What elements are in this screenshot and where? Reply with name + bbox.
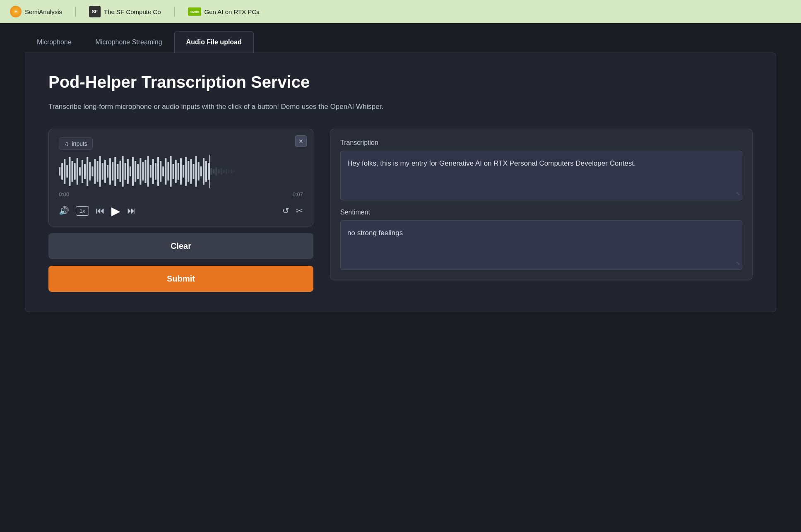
topbar-divider-2 [174, 7, 175, 17]
time-labels: 0:00 0:07 [59, 191, 303, 197]
playback-controls: 🔊 1x ⏮ ▶ ⏭ ↺ ✂ [59, 204, 303, 218]
svg-rect-10 [79, 167, 81, 176]
svg-rect-2 [59, 167, 60, 176]
sf-compute-icon: SF [89, 6, 101, 17]
audio-close-button[interactable]: ✕ [295, 135, 307, 147]
left-column: ♫ inputs [48, 129, 313, 292]
svg-rect-58 [200, 166, 202, 176]
svg-rect-9 [77, 158, 78, 185]
svg-rect-16 [94, 159, 96, 184]
svg-rect-26 [119, 161, 121, 182]
transcription-section: Transcription Hey folks, this is my entr… [340, 139, 742, 200]
right-panel: Transcription Hey folks, this is my entr… [330, 129, 753, 280]
svg-rect-38 [150, 165, 152, 178]
svg-rect-42 [160, 161, 161, 182]
svg-rect-21 [107, 165, 108, 178]
topbar-nvidia[interactable]: NVIDIA Gen AI on RTX PCs [188, 7, 260, 16]
svg-rect-13 [87, 157, 88, 186]
reset-icon[interactable]: ↺ [282, 206, 289, 216]
transcription-label: Transcription [340, 139, 742, 147]
audio-label-text: inputs [72, 140, 87, 147]
content-columns: ♫ inputs [48, 129, 753, 292]
audio-player-wrap: ♫ inputs [48, 129, 313, 226]
svg-rect-37 [147, 156, 149, 187]
svg-rect-52 [185, 157, 187, 186]
svg-rect-57 [198, 162, 200, 181]
resize-handle-sentiment[interactable]: ⤡ [736, 260, 740, 267]
forward-button[interactable]: ⏭ [127, 205, 136, 216]
svg-rect-47 [173, 164, 174, 179]
svg-rect-48 [175, 160, 177, 183]
svg-rect-67 [223, 170, 225, 173]
svg-rect-7 [72, 161, 73, 182]
svg-rect-56 [195, 156, 197, 187]
svg-rect-32 [135, 161, 136, 182]
svg-rect-34 [140, 158, 141, 185]
time-end: 0:07 [293, 191, 303, 197]
page-title: Pod-Helper Transcription Service [48, 73, 753, 91]
svg-rect-27 [122, 156, 124, 187]
svg-rect-3 [61, 163, 63, 180]
svg-rect-69 [228, 170, 230, 173]
svg-rect-66 [221, 168, 222, 175]
svg-rect-60 [205, 161, 207, 182]
svg-rect-68 [226, 169, 227, 174]
main-card: Pod-Helper Transcription Service Transcr… [25, 53, 776, 312]
sentiment-text: no strong feelings [347, 229, 403, 237]
svg-rect-71 [233, 170, 235, 173]
time-start: 0:00 [59, 191, 69, 197]
svg-rect-64 [215, 167, 217, 176]
topbar-semianalysis-label: SemiAnalysis [25, 8, 62, 15]
svg-rect-55 [192, 164, 194, 179]
svg-rect-62 [210, 168, 212, 175]
svg-rect-59 [203, 158, 204, 185]
audio-label: ♫ inputs [59, 137, 93, 150]
play-button[interactable]: ▶ [111, 204, 120, 218]
svg-rect-25 [117, 164, 118, 179]
svg-rect-19 [102, 163, 103, 180]
sentiment-section: Sentiment no strong feelings ⤡ [340, 209, 742, 270]
waveform-svg [59, 155, 303, 188]
svg-rect-44 [165, 158, 166, 185]
topbar-sf-compute[interactable]: SF The SF Compute Co [89, 6, 161, 17]
svg-rect-24 [114, 157, 116, 186]
svg-rect-43 [162, 166, 164, 176]
svg-rect-18 [99, 156, 101, 187]
svg-rect-49 [178, 163, 179, 180]
rewind-button[interactable]: ⏮ [96, 205, 105, 216]
svg-rect-28 [125, 163, 126, 180]
svg-rect-51 [183, 165, 184, 178]
svg-text:NVIDIA: NVIDIA [190, 10, 200, 14]
speed-button[interactable]: 1x [76, 206, 89, 216]
svg-rect-53 [188, 161, 189, 182]
svg-rect-50 [180, 158, 182, 185]
topbar-divider-1 [75, 7, 76, 17]
page-description: Transcribe long-form microphone or audio… [48, 101, 753, 112]
volume-icon[interactable]: 🔊 [59, 206, 69, 216]
tab-microphone-streaming[interactable]: Microphone Streaming [84, 31, 174, 53]
sentiment-text-area[interactable]: no strong feelings ⤡ [340, 220, 742, 270]
svg-rect-4 [64, 159, 65, 184]
svg-rect-40 [155, 163, 156, 180]
tab-audio-file-upload[interactable]: Audio File upload [174, 31, 254, 53]
audio-player: ♫ inputs [48, 129, 313, 226]
tab-bar: Microphone Microphone Streaming Audio Fi… [25, 23, 776, 53]
topbar-semianalysis[interactable]: ☀ SemiAnalysis [10, 6, 62, 17]
svg-rect-54 [190, 159, 192, 184]
semianalysis-icon: ☀ [10, 6, 22, 17]
resize-handle-transcription[interactable]: ⤡ [736, 190, 740, 198]
music-icon: ♫ [64, 140, 69, 147]
svg-rect-31 [132, 157, 134, 186]
svg-rect-45 [167, 162, 169, 181]
submit-button[interactable]: Submit [48, 266, 313, 292]
svg-rect-65 [218, 169, 220, 173]
clear-button[interactable]: Clear [48, 233, 313, 259]
svg-rect-63 [213, 169, 214, 173]
svg-rect-29 [127, 159, 129, 184]
svg-rect-17 [97, 161, 99, 182]
transcription-text-area[interactable]: Hey folks, this is my entry for Generati… [340, 151, 742, 200]
cut-icon[interactable]: ✂ [296, 206, 303, 216]
main-content: Microphone Microphone Streaming Audio Fi… [0, 23, 801, 532]
svg-rect-46 [170, 156, 172, 187]
tab-microphone[interactable]: Microphone [25, 31, 84, 53]
